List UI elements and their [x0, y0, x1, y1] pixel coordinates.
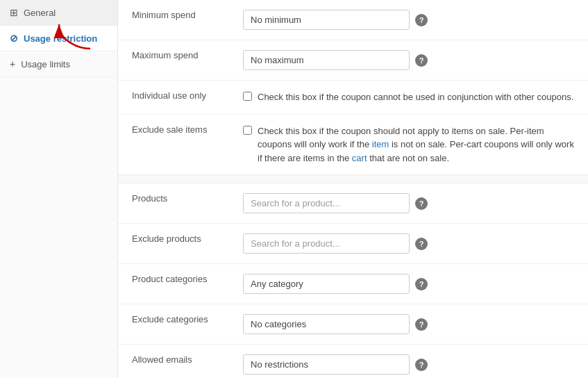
exclude-products-field-row: ? — [243, 233, 574, 254]
maximum-spend-label: Maximum spend — [132, 50, 198, 60]
products-field-row: ? — [243, 193, 574, 213]
form-table: Minimum spend ? Maximum spend — [118, 0, 588, 378]
allowed-emails-label: Allowed emails — [132, 354, 192, 365]
exclude-categories-help-icon[interactable]: ? — [415, 318, 428, 331]
exclude-products-help-icon[interactable]: ? — [415, 238, 428, 250]
product-categories-help-icon[interactable]: ? — [415, 278, 428, 290]
sidebar-item-usage-restriction[interactable]: ⊘ Usage restriction — [0, 26, 117, 51]
usage-restriction-icon: ⊘ — [10, 33, 18, 44]
exclude-categories-field-row: ? — [243, 314, 574, 334]
exclude-products-search-input[interactable] — [243, 233, 410, 254]
exclude-products-label: Exclude products — [132, 233, 201, 244]
allowed-emails-row: Allowed emails ? — [118, 345, 588, 379]
exclude-sale-field-row: Check this box if the coupon should not … — [243, 124, 574, 165]
usage-limits-icon: + — [10, 58, 15, 69]
individual-use-description: Check this box if the coupon cannot be u… — [258, 90, 573, 104]
exclude-sale-label: Exclude sale items — [132, 124, 207, 135]
section-divider — [118, 175, 588, 183]
general-icon: ⊞ — [10, 7, 18, 18]
minimum-spend-field-row: ? — [243, 10, 574, 30]
sidebar-item-label: Usage restriction — [24, 33, 97, 44]
individual-use-checkbox[interactable] — [243, 92, 252, 101]
exclude-categories-label: Exclude categories — [132, 314, 208, 324]
allowed-emails-help-icon[interactable]: ? — [415, 359, 428, 371]
product-categories-input[interactable] — [243, 274, 410, 294]
exclude-products-row: Exclude products ? — [118, 224, 588, 264]
product-categories-label: Product categories — [132, 274, 207, 284]
maximum-spend-input[interactable] — [243, 50, 410, 70]
products-label: Products — [132, 193, 167, 204]
maximum-spend-row: Maximum spend ? — [118, 40, 588, 81]
products-help-icon[interactable]: ? — [415, 197, 428, 210]
exclude-sale-description: Check this box if the coupon should not … — [258, 124, 574, 165]
product-categories-row: Product categories ? — [118, 264, 588, 304]
main-content: Minimum spend ? Maximum spend — [118, 0, 588, 378]
products-search-input[interactable] — [243, 193, 410, 213]
exclude-sale-checkbox[interactable] — [243, 126, 252, 135]
minimum-spend-row: Minimum spend ? — [118, 0, 588, 40]
sidebar: ⊞ General ⊘ Usage restriction + Usage li… — [0, 0, 118, 378]
allowed-emails-input[interactable] — [243, 354, 410, 375]
allowed-emails-field-row: ? — [243, 354, 574, 375]
sidebar-item-label: General — [24, 8, 56, 18]
product-categories-field-row: ? — [243, 274, 574, 294]
exclude-categories-input[interactable] — [243, 314, 410, 334]
minimum-spend-label: Minimum spend — [132, 10, 196, 20]
sidebar-item-label: Usage limits — [21, 59, 70, 69]
individual-use-field-row: Check this box if the coupon cannot be u… — [243, 90, 574, 104]
individual-use-row: Individual use only Check this box if th… — [118, 81, 588, 115]
exclude-sale-row: Exclude sale items Check this box if the… — [118, 114, 588, 175]
sidebar-item-general[interactable]: ⊞ General — [0, 0, 117, 26]
minimum-spend-help-icon[interactable]: ? — [415, 14, 428, 26]
exclude-categories-row: Exclude categories ? — [118, 304, 588, 345]
maximum-spend-help-icon[interactable]: ? — [415, 54, 428, 67]
products-row: Products ? — [118, 183, 588, 224]
maximum-spend-field-row: ? — [243, 50, 574, 70]
minimum-spend-input[interactable] — [243, 10, 410, 30]
individual-use-label: Individual use only — [132, 90, 206, 101]
sidebar-item-usage-limits[interactable]: + Usage limits — [0, 51, 117, 77]
